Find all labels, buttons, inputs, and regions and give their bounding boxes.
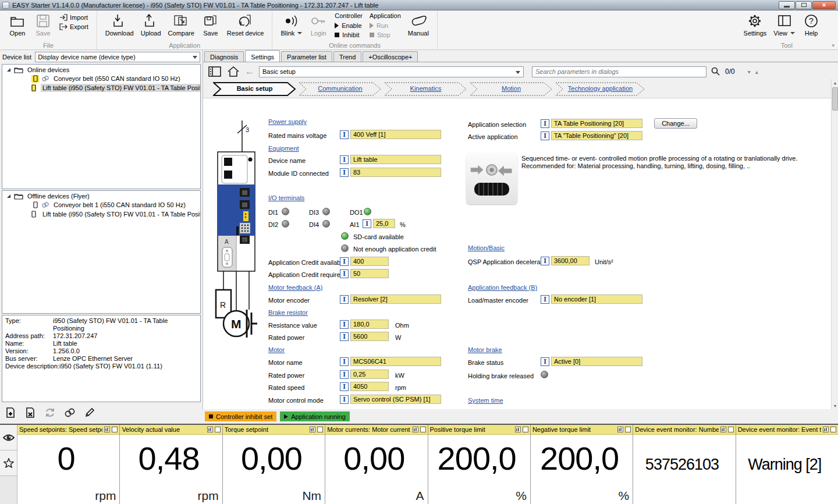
tile-options-icon[interactable] bbox=[515, 427, 521, 432]
import-button[interactable]: Import bbox=[59, 14, 88, 21]
tile-select-icon[interactable] bbox=[523, 427, 528, 432]
tile-select-icon[interactable] bbox=[830, 427, 836, 432]
power-supply-link[interactable]: Power supply bbox=[268, 118, 307, 125]
upload-button[interactable]: Compare Upload bbox=[137, 12, 165, 38]
credit-available-value[interactable]: 400 bbox=[350, 257, 389, 266]
info-icon[interactable]: I bbox=[340, 269, 349, 278]
run-button[interactable]: Run bbox=[370, 22, 388, 29]
search-icon[interactable] bbox=[711, 67, 720, 76]
help-button[interactable]: ? Help bbox=[798, 12, 824, 38]
search-input[interactable] bbox=[532, 66, 706, 77]
tile-select-icon[interactable] bbox=[420, 427, 426, 432]
favorites-star-button[interactable] bbox=[0, 450, 17, 476]
download-button[interactable]: Download bbox=[102, 12, 137, 38]
device-item-lift-table-offline[interactable]: Lift table (i950 (Safety STO) FW V01.01 … bbox=[2, 210, 200, 219]
ribbon-collapse-icon[interactable]: ▾ bbox=[832, 42, 835, 48]
panel-toggle-icon[interactable] bbox=[208, 65, 222, 78]
settings-button[interactable]: Settings bbox=[740, 12, 770, 38]
display-mode-dropdown[interactable]: Display device name (device type) bbox=[35, 52, 200, 62]
compare-button[interactable]: Compare bbox=[165, 12, 198, 38]
refresh-button[interactable] bbox=[44, 407, 56, 418]
manual-button[interactable]: Manual bbox=[404, 12, 432, 38]
tile-options-icon[interactable] bbox=[310, 427, 315, 432]
brake-resistor-link[interactable]: Brake resistor bbox=[268, 309, 308, 316]
ai1-value[interactable]: 25,0 bbox=[373, 219, 395, 228]
scroll-up-icon[interactable]: ▲ bbox=[832, 79, 838, 86]
motor-feedback-link[interactable]: Motor feedback (A) bbox=[268, 284, 323, 291]
blink-dropdown-caret[interactable] bbox=[297, 32, 302, 34]
info-icon[interactable]: I bbox=[541, 119, 549, 128]
watch-eye-button[interactable] bbox=[0, 425, 17, 450]
tab-trend[interactable]: Trend bbox=[333, 51, 361, 62]
maximize-button[interactable] bbox=[796, 1, 812, 9]
wizard-step-communication[interactable]: Communication bbox=[299, 82, 382, 96]
enable-button[interactable]: Enable bbox=[335, 22, 361, 29]
application-selection-value[interactable]: TA Table Positioning [20] bbox=[551, 119, 642, 128]
motor-name-value[interactable]: MCS06C41 bbox=[350, 357, 441, 366]
minimize-button[interactable] bbox=[779, 1, 795, 9]
tile-options-icon[interactable] bbox=[823, 427, 829, 432]
brake-status-value[interactable]: Active [0] bbox=[551, 357, 642, 366]
home-icon[interactable] bbox=[226, 65, 240, 78]
system-time-link[interactable]: System time bbox=[468, 397, 503, 404]
info-icon[interactable]: I bbox=[340, 130, 349, 139]
offline-devices-group[interactable]: Offline devices (Flyer) bbox=[2, 191, 200, 200]
io-terminals-link[interactable]: I/O terminals bbox=[268, 194, 304, 201]
online-devices-group[interactable]: Online devices bbox=[2, 65, 200, 74]
application-feedback-link[interactable]: Application feedback (B) bbox=[468, 284, 537, 291]
dialog-dropdown[interactable]: Basic setup bbox=[259, 66, 524, 77]
info-icon[interactable]: I bbox=[340, 332, 349, 341]
blink-button[interactable]: Blink bbox=[277, 12, 306, 38]
tab-oscilloscope[interactable]: +Oscilloscope+ bbox=[363, 51, 418, 62]
change-application-button[interactable]: Change... bbox=[654, 118, 697, 129]
motor-link[interactable]: Motor bbox=[268, 346, 285, 353]
connect-link-button[interactable] bbox=[64, 408, 76, 417]
tile-select-icon[interactable] bbox=[215, 427, 221, 432]
view-dropdown-caret[interactable] bbox=[790, 32, 795, 34]
info-icon[interactable]: I bbox=[541, 257, 549, 265]
rated-speed-value[interactable]: 4050 bbox=[350, 382, 389, 391]
add-device-button[interactable] bbox=[5, 407, 16, 418]
search-next-icon[interactable]: ▾ bbox=[748, 69, 751, 75]
load-master-encoder-value[interactable]: No encoder [1] bbox=[551, 294, 642, 304]
tree-expander-icon[interactable] bbox=[7, 194, 10, 198]
info-icon[interactable]: I bbox=[541, 357, 549, 366]
application-save-button[interactable]: Save bbox=[198, 12, 223, 38]
info-icon[interactable]: I bbox=[363, 219, 371, 228]
wizard-step-technology-application[interactable]: Technology application bbox=[555, 82, 645, 96]
stop-button[interactable]: Stop bbox=[370, 31, 390, 38]
tile-options-icon[interactable] bbox=[207, 427, 213, 432]
info-icon[interactable]: I bbox=[340, 168, 349, 177]
info-icon[interactable]: I bbox=[541, 132, 549, 140]
tile-select-icon[interactable] bbox=[112, 427, 118, 432]
equipment-link[interactable]: Equipment bbox=[268, 145, 299, 152]
back-arrow-icon[interactable]: ← bbox=[245, 66, 254, 77]
tree-expander-icon[interactable] bbox=[7, 68, 10, 72]
info-icon[interactable]: I bbox=[340, 357, 349, 366]
rated-mains-voltage-value[interactable]: 400 Veff [1] bbox=[350, 130, 441, 139]
info-icon[interactable]: I bbox=[340, 257, 349, 266]
close-button[interactable]: ✕ bbox=[812, 1, 836, 9]
tab-settings[interactable]: Settings bbox=[245, 50, 280, 62]
info-icon[interactable]: I bbox=[340, 295, 349, 304]
tile-options-icon[interactable] bbox=[617, 427, 623, 432]
credit-required-value[interactable]: 50 bbox=[350, 269, 389, 278]
tile-select-icon[interactable] bbox=[317, 427, 323, 432]
info-icon[interactable]: I bbox=[340, 155, 349, 164]
wizard-step-basic-setup[interactable]: Basic setup bbox=[213, 82, 296, 96]
tab-parameter-list[interactable]: Parameter list bbox=[281, 51, 332, 62]
device-item-lift-table-online[interactable]: Lift table (i950 (Safety STO) FW V01.01 … bbox=[2, 83, 200, 93]
wizard-step-motion[interactable]: Motion bbox=[470, 82, 553, 96]
info-icon[interactable]: I bbox=[541, 295, 549, 304]
resistance-value[interactable]: 180,0 bbox=[350, 320, 389, 329]
device-item-conveyor-online[interactable]: Conveyor belt (i550 CAN standard IO 50 H… bbox=[2, 74, 200, 83]
info-icon[interactable]: I bbox=[340, 370, 349, 379]
tile-select-icon[interactable] bbox=[625, 427, 631, 432]
remove-device-button[interactable] bbox=[24, 407, 36, 418]
info-icon[interactable]: I bbox=[340, 395, 349, 404]
module-id-value[interactable]: 83 bbox=[350, 168, 441, 177]
motor-control-mode-value[interactable]: Servo control (SC PSM) [1] bbox=[350, 395, 441, 404]
reset-device-button[interactable]: Reset device bbox=[223, 12, 268, 38]
brake-rated-power-value[interactable]: 5600 bbox=[350, 332, 389, 341]
inhibit-button[interactable]: Inhibit bbox=[335, 31, 359, 38]
